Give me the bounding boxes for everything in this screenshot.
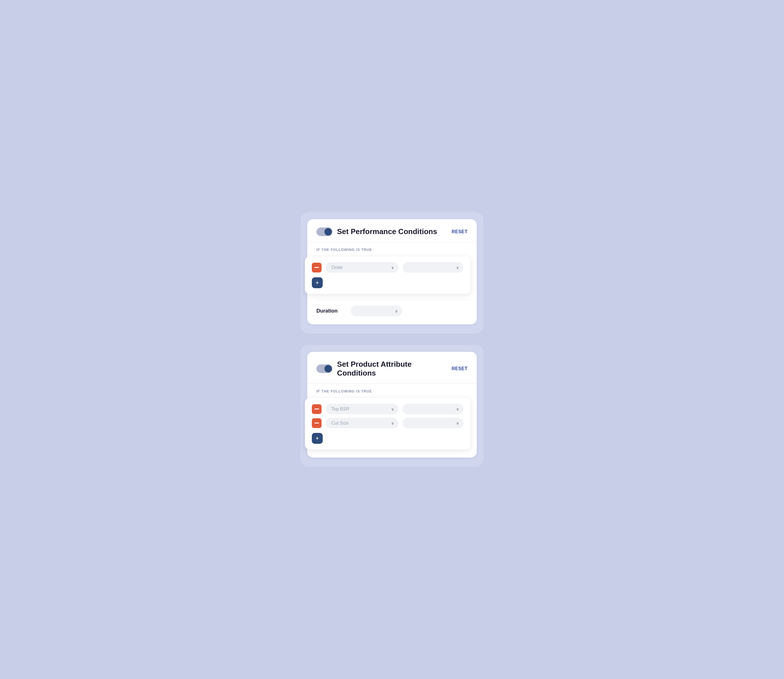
product-field-select-1[interactable]: Top BSR (326, 404, 398, 414)
product-attribute-section-label: IF THE FOLLOWING IS TRUE (316, 390, 468, 393)
product-attribute-conditions-inner-card: Set Product Attribute Conditions RESET I… (307, 352, 477, 458)
performance-duration-select-wrapper: ∨ (351, 306, 402, 316)
product-attribute-condition-card: Top BSR ∨ ∨ Cut Size ∨ (305, 398, 470, 449)
product-field-select-2[interactable]: Cut Size (326, 418, 398, 428)
performance-field-select[interactable]: Order (326, 262, 398, 273)
header-left: Set Performance Conditions (316, 227, 437, 236)
performance-reset-button[interactable]: RESET (451, 229, 468, 235)
product-condition-row-1: Top BSR ∨ ∨ (312, 404, 464, 414)
product-add-condition-button[interactable] (312, 433, 323, 444)
product-remove-button-2[interactable] (312, 418, 322, 428)
product-attribute-toggle[interactable] (316, 365, 333, 373)
product-field-select-wrapper-2: Cut Size ∨ (326, 418, 398, 428)
performance-condition-row: Order ∨ ∨ (312, 262, 464, 273)
product-attribute-reset-button[interactable]: RESET (451, 366, 468, 371)
performance-duration-select[interactable] (351, 306, 402, 316)
product-toggle-knob (325, 365, 332, 372)
toggle-track (316, 227, 333, 236)
performance-toggle[interactable] (316, 227, 333, 236)
toggle-knob (325, 228, 332, 236)
product-condition-row-2: Cut Size ∨ ∨ (312, 418, 464, 428)
performance-duration-row: Duration ∨ (316, 300, 468, 316)
performance-field-select-wrapper: Order ∨ (326, 262, 398, 273)
performance-card-title: Set Performance Conditions (337, 227, 437, 236)
performance-value-select-wrapper: ∨ (403, 262, 464, 273)
product-attribute-conditions-outer-card: Set Product Attribute Conditions RESET I… (300, 345, 484, 467)
performance-conditions-header: Set Performance Conditions RESET (316, 227, 468, 236)
performance-section-label: IF THE FOLLOWING IS TRUE (316, 248, 468, 252)
performance-duration-label: Duration (316, 308, 345, 314)
product-value-select-wrapper-2: ∨ (403, 418, 464, 428)
product-value-select-1[interactable] (403, 404, 464, 414)
performance-conditions-outer-card: Set Performance Conditions RESET IF THE … (300, 212, 484, 333)
product-attribute-card-title: Set Product Attribute Conditions (337, 360, 451, 378)
performance-conditions-inner-card: Set Performance Conditions RESET IF THE … (307, 219, 477, 324)
product-header-left: Set Product Attribute Conditions (316, 360, 451, 378)
product-toggle-track (316, 365, 333, 373)
product-value-select-2[interactable] (403, 418, 464, 428)
performance-value-select[interactable] (403, 262, 464, 273)
product-attribute-conditions-header: Set Product Attribute Conditions RESET (316, 360, 468, 378)
header-divider (307, 242, 477, 242)
product-value-select-wrapper-1: ∨ (403, 404, 464, 414)
performance-condition-card: Order ∨ ∨ (305, 257, 470, 294)
product-field-select-wrapper-1: Top BSR ∨ (326, 404, 398, 414)
performance-add-condition-button[interactable] (312, 277, 323, 288)
product-remove-button-1[interactable] (312, 404, 322, 414)
performance-remove-button[interactable] (312, 263, 322, 272)
